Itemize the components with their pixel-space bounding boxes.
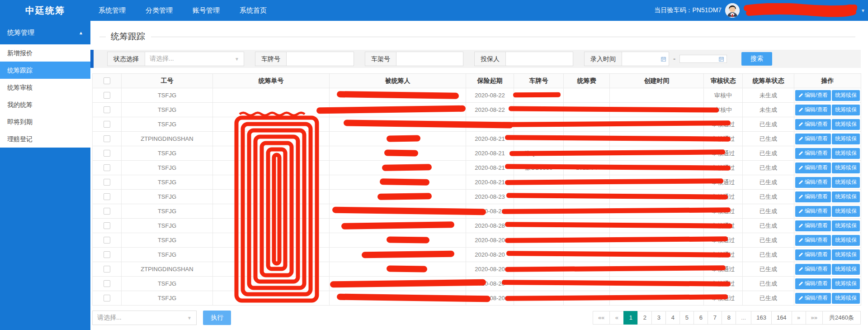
page-button[interactable]: 6: [693, 311, 708, 325]
edit-view-button[interactable]: 编辑/查看: [795, 293, 831, 304]
page-button[interactable]: 2: [637, 311, 652, 325]
row-checkbox[interactable]: [104, 150, 110, 157]
entry-time-to-input[interactable]: [680, 55, 719, 62]
row-checkbox[interactable]: [104, 251, 110, 258]
user-dropdown-caret-icon[interactable]: ▼: [861, 8, 865, 13]
edit-view-button[interactable]: 编辑/查看: [795, 278, 831, 289]
edit-view-button[interactable]: 编辑/查看: [795, 105, 831, 115]
page-button[interactable]: «: [609, 311, 624, 325]
renew-button[interactable]: 统筹续保: [832, 119, 860, 130]
row-checkbox[interactable]: [104, 208, 110, 215]
renew-button[interactable]: 统筹续保: [832, 134, 860, 144]
row-checkbox[interactable]: [104, 280, 110, 287]
top-nav-item[interactable]: 账号管理: [193, 6, 220, 15]
renew-button[interactable]: 统筹续保: [832, 90, 860, 101]
renew-button[interactable]: 统筹续保: [832, 220, 860, 231]
top-nav-item[interactable]: 分类管理: [146, 6, 173, 15]
page-button[interactable]: 4: [665, 311, 680, 325]
page-button[interactable]: »: [792, 311, 806, 325]
edit-view-button[interactable]: 编辑/查看: [795, 235, 831, 246]
vin-label: 车架号: [365, 52, 396, 66]
sidebar-group-toggle[interactable]: 统筹管理 ▲: [0, 21, 90, 44]
row-checkbox[interactable]: [104, 193, 110, 200]
search-button[interactable]: 搜索: [741, 52, 772, 66]
edit-view-button[interactable]: 编辑/查看: [795, 177, 831, 188]
renew-button[interactable]: 统筹续保: [832, 163, 860, 173]
table-cell: 已生成: [743, 204, 794, 219]
page-button[interactable]: 8: [722, 311, 736, 325]
column-header: 被统筹人: [330, 74, 466, 88]
calendar-icon[interactable]: [661, 56, 666, 62]
table-cell: [330, 291, 466, 306]
edit-view-button[interactable]: 编辑/查看: [795, 163, 831, 173]
edit-view-button[interactable]: 编辑/查看: [795, 134, 831, 144]
entry-time-from-input[interactable]: [622, 52, 661, 66]
page-button[interactable]: 7: [708, 311, 722, 325]
insured-input[interactable]: [506, 52, 573, 66]
renew-button[interactable]: 统筹续保: [832, 206, 860, 217]
column-header: 审核状态: [704, 74, 743, 88]
table-cell: [514, 219, 564, 233]
sidebar-item[interactable]: 即将到期: [0, 113, 90, 130]
renew-button[interactable]: 统筹续保: [832, 293, 860, 304]
renew-button[interactable]: 统筹续保: [832, 249, 860, 260]
renew-button[interactable]: 统筹续保: [832, 191, 860, 202]
page-button[interactable]: 3: [651, 311, 666, 325]
renew-button[interactable]: 统筹续保: [832, 235, 860, 246]
table-cell: [610, 175, 704, 190]
sidebar-item[interactable]: 我的统筹: [0, 96, 90, 113]
calendar-icon[interactable]: [719, 56, 724, 62]
sidebar-item[interactable]: 理赔登记: [0, 130, 90, 148]
renew-button[interactable]: 统筹续保: [832, 278, 860, 289]
table-cell: 审核通过: [704, 190, 743, 204]
page-button[interactable]: ««: [593, 311, 610, 325]
row-checkbox[interactable]: [104, 179, 110, 186]
row-checkbox[interactable]: [104, 121, 110, 128]
sidebar-item[interactable]: 新增报价: [0, 44, 90, 62]
renew-button[interactable]: 统筹续保: [832, 148, 860, 159]
renew-button[interactable]: 统筹续保: [832, 105, 860, 115]
row-checkbox[interactable]: [104, 106, 110, 113]
edit-view-button[interactable]: 编辑/查看: [795, 191, 831, 202]
user-avatar-icon[interactable]: [725, 3, 740, 18]
table-cell: [564, 88, 610, 103]
renew-button[interactable]: 统筹续保: [832, 264, 860, 275]
edit-view-button[interactable]: 编辑/查看: [795, 220, 831, 231]
vin-input[interactable]: [396, 52, 463, 66]
batch-select[interactable]: 请选择... ▼: [92, 311, 197, 325]
edit-view-button[interactable]: 编辑/查看: [795, 119, 831, 130]
plate-input[interactable]: [287, 52, 354, 66]
page-button[interactable]: »»: [806, 311, 823, 325]
sidebar-item[interactable]: 统筹审核: [0, 79, 90, 96]
select-all-checkbox[interactable]: [104, 77, 110, 84]
status-select[interactable]: 请选择... ▼: [145, 52, 244, 66]
sidebar: 统筹管理 ▲ 新增报价统筹跟踪统筹审核我的统筹即将到期理赔登记: [0, 21, 90, 330]
top-nav-item[interactable]: 系统首页: [240, 6, 267, 15]
row-checkbox[interactable]: [104, 266, 110, 273]
page-button[interactable]: 5: [679, 311, 694, 325]
edit-view-button[interactable]: 编辑/查看: [795, 90, 831, 101]
row-checkbox[interactable]: [104, 295, 110, 301]
table-cell: [330, 161, 466, 175]
sidebar-item[interactable]: 统筹跟踪: [0, 62, 90, 79]
row-checkbox[interactable]: [104, 92, 110, 99]
row-checkbox[interactable]: [104, 164, 110, 171]
app-logo: 中廷统筹: [0, 5, 90, 17]
top-nav-item[interactable]: 系统管理: [99, 6, 126, 15]
page-button[interactable]: 1: [623, 311, 638, 325]
row-checkbox[interactable]: [104, 135, 110, 142]
table-cell: 2020-08-20: [466, 248, 514, 262]
page-button[interactable]: 164: [771, 311, 792, 325]
row-checkbox[interactable]: [104, 237, 110, 244]
renew-button[interactable]: 统筹续保: [832, 177, 860, 188]
edit-view-button[interactable]: 编辑/查看: [795, 264, 831, 275]
edit-view-button[interactable]: 编辑/查看: [795, 148, 831, 159]
execute-button[interactable]: 执行: [203, 311, 231, 325]
edit-view-button[interactable]: 编辑/查看: [795, 206, 831, 217]
page-button[interactable]: ...: [736, 311, 751, 325]
edit-view-button[interactable]: 编辑/查看: [795, 249, 831, 260]
page-button[interactable]: 163: [751, 311, 772, 325]
row-checkbox[interactable]: [104, 222, 110, 229]
table-cell: 审核通过: [704, 277, 743, 291]
table-cell: [514, 190, 564, 204]
